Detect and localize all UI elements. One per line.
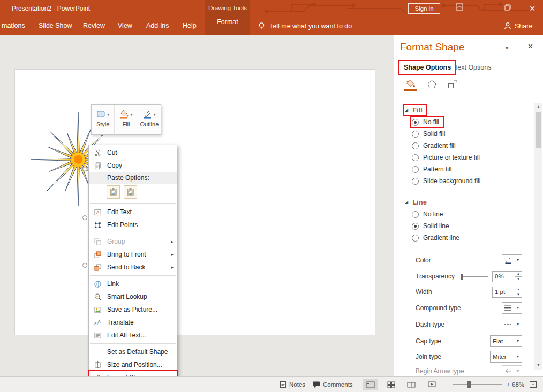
scrollbar-thumb[interactable] <box>536 112 541 148</box>
outline-button[interactable]: ▾ Outline <box>138 105 161 134</box>
menu-item-edit-points[interactable]: Edit Points <box>89 218 177 231</box>
cap-type-dropdown[interactable]: Flat ▾ <box>490 335 522 347</box>
radio-gradient-fill[interactable]: Gradient fill <box>411 141 459 150</box>
window-title: Presentation2 - PowerPoint <box>12 0 90 17</box>
fit-slide-to-window-button[interactable] <box>529 377 537 392</box>
menu-item-size-and-position[interactable]: Size and Position... <box>89 358 177 371</box>
tab-help[interactable]: Help <box>183 17 197 35</box>
spin-up-icon[interactable]: ▲ <box>515 287 522 292</box>
begin-arrow-dropdown[interactable]: ▾ <box>502 365 522 376</box>
fill-and-line-icon[interactable] <box>404 78 417 91</box>
sign-in-button[interactable]: Sign in <box>408 3 440 14</box>
slide-sorter-icon <box>387 381 395 388</box>
radio-pattern-fill[interactable]: Pattern fill <box>411 164 455 174</box>
zoom-out-button[interactable]: − <box>442 377 450 392</box>
normal-view-button[interactable] <box>363 379 378 390</box>
zoom-slider-thumb[interactable] <box>467 381 471 388</box>
join-type-dropdown[interactable]: Miter ▾ <box>490 351 522 363</box>
size-properties-icon[interactable] <box>446 78 458 91</box>
radio-no-line[interactable]: No line <box>411 209 447 219</box>
tab-review[interactable]: Review <box>83 17 105 35</box>
tab-slide-show[interactable]: Slide Show <box>39 17 72 35</box>
menu-item-translate[interactable]: aA Translate <box>89 316 177 329</box>
fill-label: Fill <box>122 121 130 127</box>
paste-as-picture-button[interactable] <box>124 185 137 199</box>
share-button[interactable]: Share <box>504 17 532 35</box>
radio-no-fill[interactable]: No fill <box>411 117 443 127</box>
width-spinner[interactable]: 1 pt ▲▼ <box>492 287 522 298</box>
selection-handle[interactable] <box>82 167 87 171</box>
slide-sorter-view-button[interactable] <box>383 379 398 390</box>
radio-picture-or-texture-fill[interactable]: Picture or texture fill <box>411 153 484 162</box>
spin-down-icon[interactable]: ▼ <box>515 292 522 297</box>
outline-pen-icon <box>143 109 153 119</box>
notes-button[interactable]: Notes <box>280 377 305 392</box>
scroll-down-icon[interactable]: ▼ <box>534 361 542 370</box>
menu-item-cut[interactable]: Cut <box>89 146 177 159</box>
compound-type-dropdown[interactable]: ▾ <box>502 302 522 314</box>
selection-handle[interactable] <box>82 263 87 268</box>
line-color-icon <box>502 256 514 265</box>
reading-view-button[interactable] <box>404 379 419 390</box>
menu-item-save-as-picture[interactable]: Save as Picture... <box>89 303 177 316</box>
mini-toolbar: ▾ Style ▾ Fill ▾ Outline <box>91 104 161 135</box>
menu-item-link[interactable]: Link <box>89 277 177 290</box>
tab-add-ins[interactable]: Add-ins <box>146 17 169 35</box>
radio-slide-background-fill[interactable]: Slide background fill <box>411 176 484 186</box>
chevron-down-icon: ▾ <box>514 336 522 346</box>
transparency-spinner[interactable]: 0% ▲▼ <box>492 271 522 282</box>
style-button[interactable]: ▾ Style <box>92 105 114 134</box>
line-color-dropdown[interactable]: ▾ <box>502 254 522 266</box>
pane-options-chevron-icon[interactable]: ▾ <box>506 45 508 51</box>
tell-me-box[interactable]: Tell me what you want to do <box>258 17 352 35</box>
menu-item-label: Save as Picture... <box>107 306 157 313</box>
menu-item-edit-text[interactable]: A Edit Text <box>89 206 177 218</box>
line-section-header[interactable]: ◢ Line <box>404 197 431 207</box>
fill-section-title: Fill <box>412 106 423 114</box>
tab-view[interactable]: View <box>118 17 132 35</box>
zoom-slider[interactable] <box>453 384 502 385</box>
pane-close-icon[interactable]: ✕ <box>527 42 533 50</box>
dash-type-row: Dash type ▾ <box>404 316 522 333</box>
edit-text-icon: A <box>93 208 102 217</box>
menu-item-set-default-shape[interactable]: Set as Default Shape <box>89 345 177 358</box>
comments-button[interactable]: Comments <box>312 377 353 392</box>
menu-item-copy[interactable]: Copy <box>89 159 177 172</box>
outline-label: Outline <box>140 121 159 127</box>
fill-button[interactable]: ▾ Fill <box>114 105 137 134</box>
zoom-level-value[interactable]: 68% <box>512 377 524 392</box>
dash-type-dropdown[interactable]: ▾ <box>502 319 522 330</box>
restore-button[interactable] <box>499 0 516 17</box>
spin-buttons[interactable]: ▲▼ <box>515 272 522 282</box>
spin-buttons[interactable]: ▲▼ <box>515 287 522 297</box>
tab-format[interactable]: Format <box>217 18 238 26</box>
paste-use-destination-theme-button[interactable] <box>107 185 120 199</box>
radio-solid-line[interactable]: Solid line <box>411 221 453 231</box>
ribbon-display-options-icon[interactable] <box>451 0 468 17</box>
radio-gradient-line[interactable]: Gradient line <box>411 233 463 243</box>
tab-shape-options[interactable]: Shape Options <box>399 61 455 74</box>
slider-thumb[interactable] <box>461 274 463 280</box>
close-button[interactable]: ✕ <box>524 0 541 17</box>
menu-item-format-shape[interactable]: Format Shape... <box>89 371 177 376</box>
menu-item-edit-alt-text[interactable]: Edit Alt Text... <box>89 329 177 342</box>
menu-item-bring-to-front[interactable]: Bring to Front ▸ <box>89 248 177 261</box>
zoom-in-button[interactable]: + <box>504 377 512 392</box>
spin-up-icon[interactable]: ▲ <box>515 272 522 277</box>
scroll-up-icon[interactable]: ▲ <box>534 103 542 111</box>
tab-text-options[interactable]: Text Options <box>454 64 491 71</box>
radio-label: Pattern fill <box>423 165 451 173</box>
menu-item-smart-lookup[interactable]: Smart Lookup <box>89 290 177 303</box>
minimize-button[interactable]: — <box>474 0 492 17</box>
transparency-slider[interactable] <box>461 273 488 280</box>
comments-label: Comments <box>323 381 353 388</box>
tab-animations[interactable]: mations <box>2 17 25 35</box>
radio-solid-fill[interactable]: Solid fill <box>411 129 449 139</box>
spin-down-icon[interactable]: ▼ <box>515 277 522 282</box>
fill-section-header[interactable]: ◢ Fill <box>404 105 426 115</box>
menu-item-send-to-back[interactable]: Send to Back ▸ <box>89 261 177 274</box>
pane-scrollbar[interactable]: ▲ ▼ <box>534 103 542 370</box>
slide-show-view-button[interactable] <box>424 379 439 390</box>
effects-pentagon-icon[interactable] <box>425 78 438 91</box>
selection-handle[interactable] <box>82 215 87 220</box>
